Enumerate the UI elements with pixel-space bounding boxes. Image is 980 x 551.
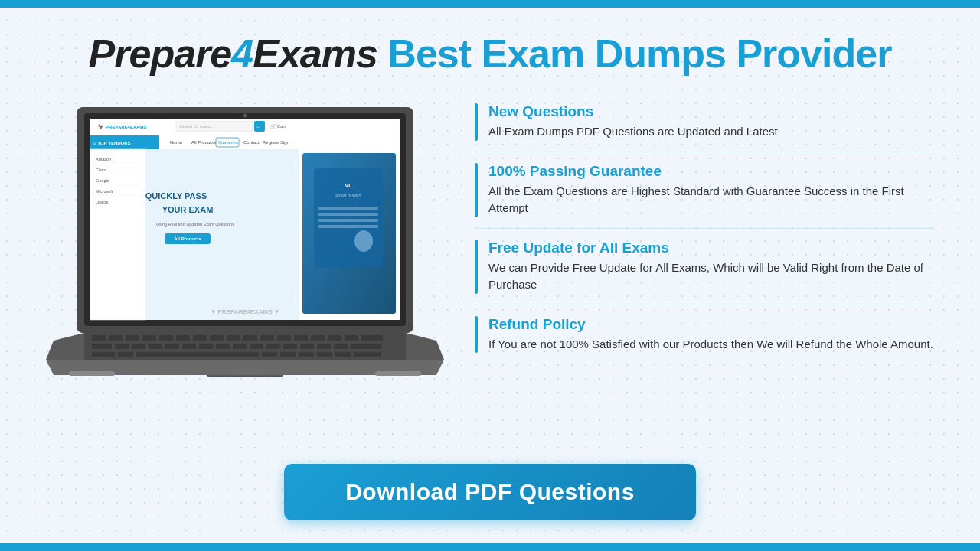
brand-four: 4 (231, 31, 253, 76)
svg-rect-17 (311, 335, 325, 341)
svg-rect-43 (317, 352, 332, 357)
feature-text: Refund Policy If You are not 100% Satisf… (488, 316, 934, 354)
feature-title: Free Update for All Exams (488, 240, 934, 256)
svg-rect-40 (262, 352, 277, 357)
svg-rect-31 (266, 344, 280, 349)
svg-text:🦅: 🦅 (98, 124, 104, 130)
svg-rect-39 (136, 352, 259, 357)
svg-rect-18 (328, 335, 341, 341)
feature-text: Free Update for All Exams We can Provide… (488, 240, 934, 294)
svg-rect-37 (92, 352, 115, 357)
svg-rect-34 (317, 344, 331, 349)
feature-desc: All the Exam Questions are Highest Stand… (488, 183, 934, 217)
svg-rect-42 (299, 352, 314, 357)
brand-text: Prepare4Exams (89, 31, 388, 76)
svg-rect-5 (109, 335, 122, 341)
svg-text:PREPARE4EXAMS: PREPARE4EXAMS (106, 125, 146, 129)
feature-title: Refund Policy (488, 316, 934, 333)
svg-text:✦ PREPARE4EXAMS ✦: ✦ PREPARE4EXAMS ✦ (211, 308, 279, 315)
svg-rect-4 (92, 335, 106, 341)
svg-text:≡ TOP VENDORS: ≡ TOP VENDORS (93, 141, 131, 145)
feature-item-passing-guarantee: 100% Passing Guarantee All the Exam Ques… (475, 152, 934, 229)
top-bar (0, 0, 980, 8)
svg-rect-15 (277, 335, 291, 341)
svg-rect-32 (283, 344, 297, 349)
svg-rect-7 (142, 335, 156, 341)
download-pdf-button[interactable]: Download PDF Questions (284, 464, 696, 520)
svg-rect-94 (318, 225, 378, 228)
svg-rect-92 (318, 213, 378, 216)
svg-rect-27 (199, 344, 213, 349)
svg-text:Contact: Contact (243, 140, 260, 145)
svg-text:VL: VL (345, 183, 353, 188)
svg-text:Sign: Sign (280, 140, 289, 145)
svg-rect-14 (260, 335, 274, 341)
svg-rect-30 (250, 344, 263, 349)
feature-item-refund-policy: Refund Policy If You are not 100% Satisf… (475, 305, 934, 365)
svg-rect-21 (92, 344, 112, 349)
main-content: 🦅 PREPARE4EXAMS Search for exam... ⌕ 🛒 C… (46, 99, 934, 450)
laptop-container: 🦅 PREPARE4EXAMS Search for exam... ⌕ 🛒 C… (46, 99, 444, 401)
feature-divider (475, 103, 478, 141)
svg-text:All Products: All Products (174, 236, 201, 241)
svg-rect-48 (375, 371, 421, 376)
feature-desc: We can Provide Free Update for All Exams… (488, 259, 934, 294)
svg-text:Oracle: Oracle (96, 200, 108, 204)
svg-text:⌕: ⌕ (256, 123, 260, 129)
svg-rect-93 (318, 219, 378, 222)
svg-rect-24 (149, 344, 162, 349)
svg-text:Amazon: Amazon (96, 157, 111, 161)
svg-text:Cisco: Cisco (96, 168, 106, 172)
svg-rect-12 (227, 335, 240, 341)
svg-rect-70 (90, 149, 145, 320)
feature-desc: All Exam Dumps PDF Questions are Updated… (488, 123, 934, 141)
svg-text:Search for exam...: Search for exam... (179, 124, 214, 129)
header-title: Prepare4Exams Best Exam Dumps Provider (46, 31, 934, 77)
feature-divider (475, 316, 478, 354)
svg-rect-29 (233, 344, 247, 349)
svg-rect-33 (300, 344, 314, 349)
feature-divider (475, 240, 478, 294)
svg-rect-9 (176, 335, 190, 341)
feature-text: New Questions All Exam Dumps PDF Questio… (488, 103, 934, 141)
svg-point-49 (243, 114, 247, 118)
feature-divider (475, 163, 478, 217)
svg-rect-20 (361, 335, 383, 341)
svg-point-95 (354, 230, 373, 252)
svg-rect-44 (335, 352, 351, 357)
feature-item-free-update: Free Update for All Exams We can Provide… (475, 229, 934, 305)
svg-rect-47 (69, 371, 115, 376)
svg-rect-41 (280, 352, 296, 357)
svg-rect-11 (210, 335, 224, 341)
svg-text:Microsoft: Microsoft (96, 189, 113, 194)
svg-rect-6 (126, 335, 139, 341)
svg-rect-8 (159, 335, 173, 341)
svg-text:All Products: All Products (191, 140, 216, 145)
svg-text:🛒 Cart: 🛒 Cart (270, 123, 286, 129)
svg-rect-36 (351, 344, 381, 349)
svg-text:Google: Google (96, 178, 109, 183)
feature-text: 100% Passing Guarantee All the Exam Ques… (488, 163, 934, 217)
content-area: Prepare4Exams Best Exam Dumps Provider (0, 8, 980, 543)
svg-text:Register: Register (263, 140, 279, 145)
svg-text:QUICKLY PASS: QUICKLY PASS (145, 191, 207, 201)
svg-rect-10 (193, 335, 207, 341)
svg-text:Guarantee: Guarantee (218, 140, 238, 145)
bottom-bar (0, 543, 980, 551)
header-subtitle: Best Exam Dumps Provider (387, 31, 891, 76)
svg-rect-25 (165, 344, 179, 349)
feature-title: New Questions (488, 103, 934, 120)
svg-rect-91 (318, 207, 378, 210)
laptop-svg: 🦅 PREPARE4EXAMS Search for exam... ⌕ 🛒 C… (46, 99, 444, 398)
laptop-col: 🦅 PREPARE4EXAMS Search for exam... ⌕ 🛒 C… (46, 99, 444, 401)
svg-rect-38 (118, 352, 133, 357)
svg-rect-16 (294, 335, 308, 341)
features-col: New Questions All Exam Dumps PDF Questio… (475, 99, 934, 364)
svg-rect-23 (132, 344, 145, 349)
svg-rect-35 (334, 344, 348, 349)
download-section: Download PDF Questions (46, 450, 934, 528)
feature-desc: If You are not 100% Satisfied with our P… (488, 336, 934, 354)
svg-rect-19 (345, 335, 358, 341)
svg-text:Using Real and Updated Exam Qu: Using Real and Updated Exam Questions (156, 222, 234, 227)
svg-rect-45 (354, 352, 381, 357)
